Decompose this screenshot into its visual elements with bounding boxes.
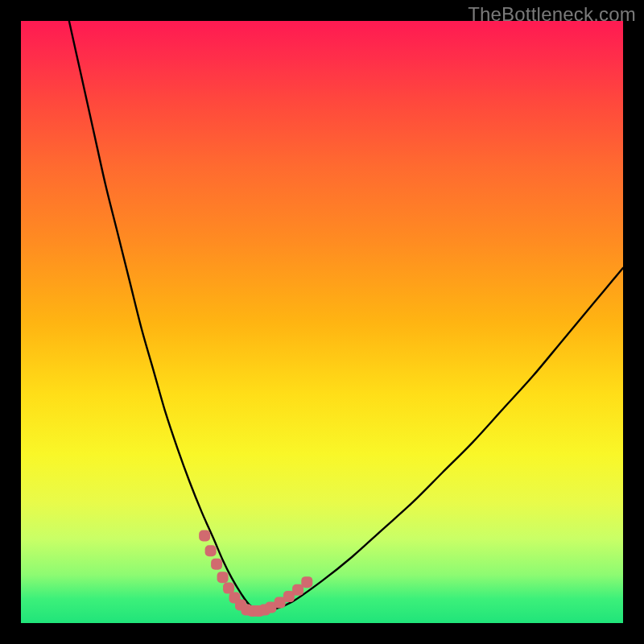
highlight-marker bbox=[199, 530, 210, 542]
outer-frame: TheBottleneck.com bbox=[0, 0, 644, 644]
chart-svg bbox=[21, 21, 623, 623]
bottleneck-curve bbox=[69, 21, 623, 611]
highlight-marker bbox=[211, 559, 222, 570]
highlight-marker bbox=[223, 583, 234, 594]
watermark-text: TheBottleneck.com bbox=[468, 3, 636, 26]
highlight-marker bbox=[301, 576, 312, 588]
highlight-marker bbox=[292, 584, 303, 596]
highlight-marker bbox=[205, 545, 217, 556]
highlight-marker bbox=[217, 572, 229, 583]
plot-area bbox=[21, 21, 623, 623]
